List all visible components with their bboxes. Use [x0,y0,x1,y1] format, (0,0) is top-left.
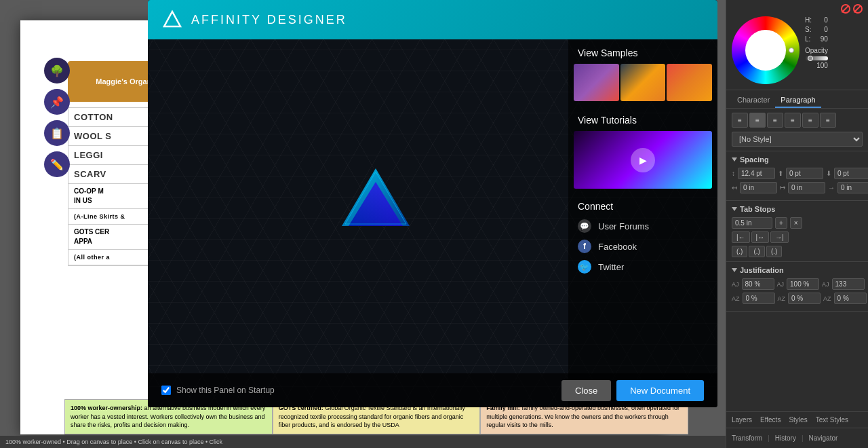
tab-stops-value-input[interactable] [732,217,772,229]
twitter-link[interactable]: 🐦 Twitter [578,257,708,277]
just-input-max[interactable] [832,278,865,290]
tutorial-video[interactable]: ▶ [574,131,712,189]
align-center-btn[interactable]: ≡ [749,113,766,128]
twitter-icon: 🐦 [578,260,591,274]
facebook-link[interactable]: f Facebook [578,236,708,257]
play-button[interactable]: ▶ [631,148,655,172]
just-input-az-max[interactable] [834,293,867,304]
align-justify-btn[interactable]: ≡ [785,113,801,128]
svg-marker-0 [164,12,180,26]
tool-icon-needle[interactable]: ✏️ [44,151,70,177]
modal-title: AFFINITY DESIGNER [191,13,347,27]
justification-header[interactable]: Justification [732,266,863,274]
opacity-slider[interactable] [805,56,828,60]
align-left-btn[interactable]: ≡ [732,113,748,128]
just-label-aj2: AJ [777,281,785,288]
space-after-input[interactable] [834,168,868,179]
align-right-btn[interactable]: ≡ [767,113,783,128]
close-button[interactable]: Close [561,380,611,401]
paragraph-style-dropdown[interactable]: [No Style] [732,132,863,147]
navigator-tab[interactable]: Navigator [809,434,838,442]
tool-icon-pin[interactable]: 📌 [44,89,70,115]
justification-row-1: AJ AJ AJ [732,278,863,290]
sample-grid [568,64,717,107]
just-label-az: AZ [732,295,740,302]
tool-icons: 🌳 📌 📋 ✏️ [44,58,70,177]
just-input-az-desired[interactable] [788,293,821,304]
sample-thumb-2[interactable] [620,64,666,101]
color-wheel-section: H: 0 S: 0 L: 90 Opacity 100 [726,0,868,90]
sample-thumb-1[interactable] [574,64,619,101]
opacity-label: Opacity [805,47,828,54]
layers-tabs-row: Layers Effects Styles Text Styles [726,411,868,428]
spacing-collapse-icon [732,157,737,162]
tab-type-buttons: |← |↔ →| [732,231,863,243]
s-value: 0 [824,26,828,33]
justification-row-2: AZ AZ AZ [732,293,863,304]
opacity-value: 100 [805,62,828,69]
no-stroke-icon[interactable] [853,4,863,14]
just-label-aj: AJ [732,281,739,288]
status-bar: 100% worker-owned • Drag on canvas to pl… [0,436,726,448]
space-before-input[interactable] [786,168,823,179]
spacing-section-header[interactable]: Spacing [732,155,863,164]
tab-stops-section: Tab Stops + × |← |↔ →| (.) (.) (.) [726,201,868,262]
tab-special-buttons: (.) (.) (.) [732,246,863,257]
tab-character[interactable]: Character [732,93,775,108]
user-forums-link[interactable]: 💬 User Forums [578,216,708,236]
tab-type-right-btn[interactable]: →| [770,231,789,243]
user-forums-label: User Forums [598,221,649,231]
transform-tab[interactable]: Transform [732,434,762,442]
l-value: 90 [821,35,828,43]
tab-paragraph[interactable]: Paragraph [775,93,821,108]
modal-right-panel: View Samples View Tutorials ▶ Connect 💬 … [568,39,717,407]
show-panel-checkbox-label[interactable]: Show this Panel on Startup [161,386,275,395]
effects-tab[interactable]: Effects [760,416,781,424]
just-input-desired[interactable] [787,278,819,290]
welcome-modal: AFFINITY DESIGNER View Samples [148,0,717,407]
status-text: 100% worker-owned • Drag on canvas to pl… [5,438,222,445]
text-styles-tab[interactable]: Text Styles [816,416,848,424]
affinity-logo-icon [161,9,183,31]
tab-type-left-btn[interactable]: |← [732,231,750,243]
styles-tab[interactable]: Styles [789,416,807,424]
justification-collapse-icon [732,268,737,272]
before-para-input[interactable] [740,182,777,193]
l-label: L: [805,35,810,43]
tool-icon-tree[interactable]: 🌳 [44,58,70,83]
tab-special-2-btn[interactable]: (.) [749,246,764,257]
tab-stop-remove-btn[interactable]: × [790,217,802,229]
spacing-row-2: ↤ ↦ → [732,182,863,193]
affinity-triangle-logo [335,162,416,246]
just-label-aj3: AJ [822,281,829,288]
footer-buttons: Close New Document [561,380,704,401]
align-justify-all-btn[interactable]: ≡ [820,113,836,128]
tab-special-3-btn[interactable]: (.) [766,246,782,257]
just-input-min[interactable] [742,278,774,290]
tab-stop-add-btn[interactable]: + [775,217,787,229]
after-para-input[interactable] [788,182,825,193]
new-document-button[interactable]: New Document [616,380,704,401]
history-tab[interactable]: History [775,434,796,442]
tab-stops-collapse-icon [732,207,737,211]
space-before-icon: ⬆ [778,170,783,177]
tool-icon-fabric[interactable]: 📋 [44,120,70,146]
view-samples-title: View Samples [568,39,717,64]
sample-thumb-3[interactable] [667,64,712,101]
layers-tab[interactable]: Layers [732,416,752,424]
align-justify-last-left-btn[interactable]: ≡ [802,113,818,128]
right-panel: H: 0 S: 0 L: 90 Opacity 100 [726,0,868,448]
justification-title: Justification [740,266,784,274]
paragraph-section: ≡ ≡ ≡ ≡ ≡ ≡ [No Style] [726,109,868,151]
color-wheel[interactable] [732,16,800,84]
tab-stops-title: Tab Stops [740,205,775,213]
tab-special-1-btn[interactable]: (.) [732,246,747,257]
color-values: H: 0 S: 0 L: 90 Opacity 100 [805,16,828,69]
no-fill-icon[interactable] [841,4,850,14]
show-panel-checkbox[interactable] [161,386,171,395]
right-indent-input[interactable] [837,182,868,193]
tab-type-center-btn[interactable]: |↔ [751,231,770,243]
tab-stops-header[interactable]: Tab Stops [732,205,863,213]
line-height-input[interactable] [738,168,775,179]
just-input-az-min[interactable] [743,293,775,304]
